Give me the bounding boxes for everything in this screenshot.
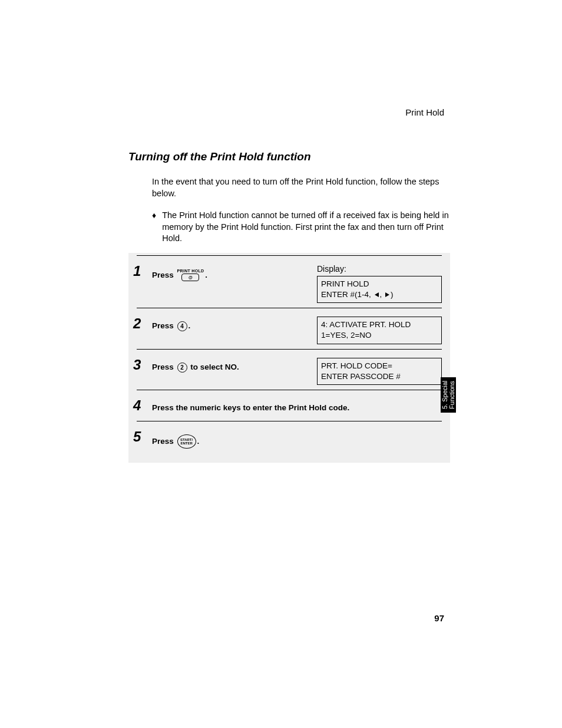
display-box: PRINT HOLD ENTER #(1-4, , ): [317, 276, 442, 303]
step-4: 4 Press the numeric keys to enter the Pr…: [128, 395, 450, 421]
step-number: 5: [133, 429, 141, 445]
key-line-2: ENTER: [180, 442, 192, 446]
triangle-left-icon: [375, 292, 379, 297]
period: .: [197, 437, 200, 446]
start-enter-key-icon: START/ENTER: [177, 434, 196, 449]
period: .: [205, 271, 207, 279]
display-line-2: ENTER PASSCODE #: [321, 371, 438, 382]
display-box: PRT. HOLD CODE= ENTER PASSCODE #: [317, 358, 442, 385]
bullet-item: ♦ The Print Hold function cannot be turn…: [152, 210, 450, 245]
steps-container: 1 Press PRINT HOLD . Display: PRINT HOLD…: [128, 253, 450, 463]
key-line-1: START/: [180, 438, 193, 442]
print-hold-key-icon: PRINT HOLD: [177, 269, 204, 283]
section-title: Turning off the Print Hold function: [128, 150, 450, 163]
display-text: ENTER #(1-4,: [321, 290, 373, 299]
display-line-2: 1=YES, 2=NO: [321, 330, 438, 341]
step-number: 2: [133, 315, 141, 332]
triangle-right-icon: [385, 292, 389, 297]
print-hold-key-label: PRINT HOLD: [177, 269, 204, 273]
intro-paragraph: In the event that you need to turn off t…: [152, 176, 450, 199]
numeric-key-4-icon: 4: [177, 321, 187, 331]
step-number: 1: [133, 263, 141, 279]
display-box: 4: ACTIVATE PRT. HOLD 1=YES, 2=NO: [317, 317, 442, 344]
display-text: ): [391, 290, 394, 299]
step-instruction: Press PRINT HOLD .: [152, 264, 310, 283]
step-instruction: Press 2 to select NO.: [152, 358, 310, 373]
display-line-1: PRT. HOLD CODE=: [321, 361, 438, 371]
step-2: 2 Press 4. 4: ACTIVATE PRT. HOLD 1=YES, …: [128, 313, 450, 348]
after-text: to select NO.: [189, 363, 239, 371]
step-instruction: Press START/ENTER.: [152, 430, 442, 449]
step-instruction: Press the numeric keys to enter the Prin…: [152, 398, 442, 412]
diamond-bullet-icon: ♦: [152, 210, 156, 245]
numeric-key-2-icon: 2: [177, 363, 187, 373]
display-line-1: PRINT HOLD: [321, 279, 438, 289]
step-3: 3 Press 2 to select NO. PRT. HOLD CODE= …: [128, 354, 450, 390]
bullet-text: The Print Hold function cannot be turned…: [162, 210, 450, 245]
step-separator: [137, 349, 442, 350]
step-1: 1 Press PRINT HOLD . Display: PRINT HOLD…: [128, 261, 450, 308]
press-label: Press: [152, 271, 174, 279]
step-separator: [137, 308, 442, 308]
period: .: [189, 321, 191, 330]
step-separator: [137, 390, 442, 390]
step-instruction: Press 4.: [152, 317, 310, 331]
chapter-tab: 5. Special Functions: [441, 377, 456, 413]
step-separator: [137, 421, 442, 421]
step-5: 5 Press START/ENTER.: [128, 426, 450, 453]
press-label: Press: [152, 321, 176, 330]
display-label: Display:: [317, 264, 442, 274]
display-line-2: ENTER #(1-4, , ): [321, 289, 438, 300]
oval-key-icon: [181, 274, 199, 281]
step-separator: [137, 255, 442, 256]
page-number: 97: [434, 613, 444, 623]
display-line-1: 4: ACTIVATE PRT. HOLD: [321, 319, 438, 330]
press-label: Press: [152, 437, 176, 446]
step-number: 3: [133, 357, 141, 373]
step-number: 4: [133, 397, 141, 414]
press-label: Press: [152, 363, 176, 371]
display-text: ,: [380, 290, 385, 299]
running-head: Print Hold: [405, 107, 444, 117]
